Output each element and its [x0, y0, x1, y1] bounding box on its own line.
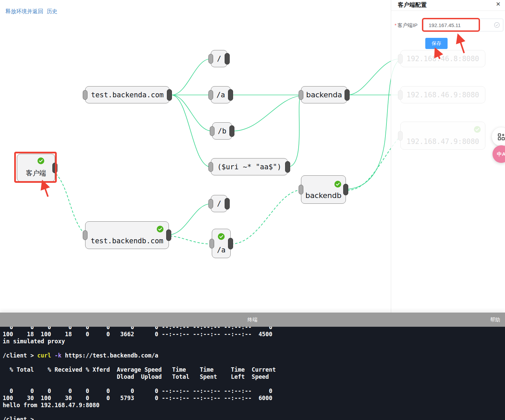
terminal-line: 100 30 100 30 0 0 5793 0 --:--:-- --:--:…	[3, 395, 505, 402]
annotation-arrow-client	[43, 182, 48, 197]
terminal-bar-title: 终端	[248, 317, 258, 323]
input-port[interactable]	[210, 126, 214, 136]
input-port[interactable]	[299, 90, 303, 100]
edge-pathb-backenda	[232, 96, 301, 131]
node-label: /a	[217, 91, 225, 99]
edge-pathab-backendb	[231, 190, 301, 244]
node-path-root-a[interactable]: /	[211, 50, 227, 67]
input-port[interactable]	[208, 199, 213, 208]
node-path-a-b[interactable]: /a	[212, 229, 231, 258]
success-check-icon	[157, 226, 163, 232]
terminal-line	[3, 380, 505, 388]
top-links: 释放环境并返回 历史	[5, 8, 57, 15]
output-port[interactable]	[52, 163, 57, 173]
input-port[interactable]	[83, 90, 87, 100]
curl-flag: -k	[51, 352, 61, 359]
terminal-line	[3, 359, 505, 366]
node-path-root-b[interactable]: /	[211, 195, 227, 212]
panel-title: 客户端配置	[398, 1, 427, 9]
output-port[interactable]	[343, 184, 348, 195]
node-path-b[interactable]: /b	[212, 122, 232, 140]
output-port[interactable]	[225, 53, 230, 65]
client-ip-label: *客户端IP	[395, 22, 418, 29]
node-label: /	[217, 200, 221, 208]
terminal-line: % Total % Received % Xferd Average Speed…	[3, 366, 505, 373]
terminal-line: Dload Upload Total Spent Left Speed	[3, 373, 505, 380]
client-config-panel: 客户端配置 ✕ *客户端IP 保存	[391, 0, 505, 313]
node-test-backendb-com[interactable]: test.backendb.com	[85, 221, 169, 249]
output-port[interactable]	[166, 229, 171, 241]
translate-icon: 中A	[497, 151, 505, 157]
history-link[interactable]: 历史	[47, 8, 57, 15]
terminal-line: 0 0 0 0 0 0 0 0 --:--:-- --:--:-- --:--:…	[3, 327, 505, 331]
node-label: test.backendb.com	[91, 237, 163, 245]
help-link[interactable]: 帮助	[490, 317, 500, 323]
terminal-output: 0 0 0 0 0 0 0 0 --:--:-- --:--:-- --:--:…	[3, 327, 505, 420]
success-check-icon	[218, 233, 225, 240]
edge-regex-backenda	[288, 96, 301, 167]
terminal-line	[3, 345, 505, 352]
edge-hosta-pathb	[172, 95, 212, 131]
terminal-line: hello from 192.168.47.9:8080	[3, 402, 505, 409]
required-mark: *	[395, 22, 397, 28]
success-check-icon	[334, 181, 341, 188]
node-test-backenda-com[interactable]: test.backenda.com	[85, 86, 170, 103]
curl-url: https://test.backendb.com/a	[61, 352, 158, 359]
node-path-a[interactable]: /a	[211, 86, 231, 103]
node-client[interactable]: 客户端	[17, 154, 55, 182]
node-label: /	[217, 55, 221, 63]
node-path-regex[interactable]: ($uri ~* "aa$")	[211, 158, 288, 175]
edge-hosta-regex	[172, 95, 211, 167]
node-label: ($uri ~* "aa$")	[217, 163, 281, 171]
validation-check-icon	[494, 22, 500, 28]
node-label: backendb	[305, 191, 342, 200]
terminal-line: in simulated proxy	[3, 338, 505, 345]
input-port[interactable]	[83, 230, 87, 240]
terminal[interactable]: 0 0 0 0 0 0 0 0 --:--:-- --:--:-- --:--:…	[0, 327, 505, 420]
output-port[interactable]	[229, 125, 234, 137]
edge-hostb-pathab	[170, 236, 212, 244]
terminal-prompt[interactable]: /client >	[3, 416, 505, 420]
app: 释放环境并返回 历史 客户端 test.backenda.com /	[0, 0, 505, 420]
edge-hostb-root	[170, 204, 211, 235]
widgets-plus-icon	[497, 133, 505, 141]
input-port[interactable]	[209, 239, 214, 248]
terminal-line: 100 18 100 18 0 0 3662 0 --:--:-- --:--:…	[3, 331, 505, 338]
save-button[interactable]: 保存	[425, 38, 448, 49]
output-port[interactable]	[228, 238, 233, 249]
input-port[interactable]	[208, 162, 213, 172]
output-port[interactable]	[225, 198, 230, 209]
output-port[interactable]	[345, 89, 350, 101]
curl-command: curl	[37, 352, 51, 359]
terminal-line: 0 0 0 0 0 0 0 0 --:--:-- --:--:-- --:--:…	[3, 388, 505, 395]
node-label: /a	[217, 246, 225, 254]
node-backenda[interactable]: backenda	[301, 86, 347, 103]
panel-divider	[391, 10, 505, 11]
input-port[interactable]	[208, 54, 213, 64]
node-label: /b	[218, 127, 226, 135]
terminal-line	[3, 409, 505, 416]
input-port[interactable]	[299, 185, 303, 195]
close-icon[interactable]: ✕	[494, 0, 503, 8]
edge-hosta-root	[172, 59, 211, 95]
input-port[interactable]	[208, 90, 213, 100]
node-backendb[interactable]: backendb	[301, 175, 346, 204]
node-label: backenda	[306, 91, 342, 99]
output-port[interactable]	[228, 89, 233, 101]
node-label: 客户端	[26, 169, 46, 178]
output-port[interactable]	[285, 161, 290, 173]
node-label: test.backenda.com	[91, 91, 164, 99]
output-port[interactable]	[167, 89, 172, 101]
client-ip-input[interactable]	[424, 19, 503, 31]
terminal-command-line: /client > curl -k https://test.backendb.…	[3, 352, 505, 359]
success-check-icon	[37, 157, 44, 164]
release-env-link[interactable]: 释放环境并返回	[5, 8, 43, 15]
terminal-bar[interactable]: 终端 帮助	[0, 313, 505, 327]
